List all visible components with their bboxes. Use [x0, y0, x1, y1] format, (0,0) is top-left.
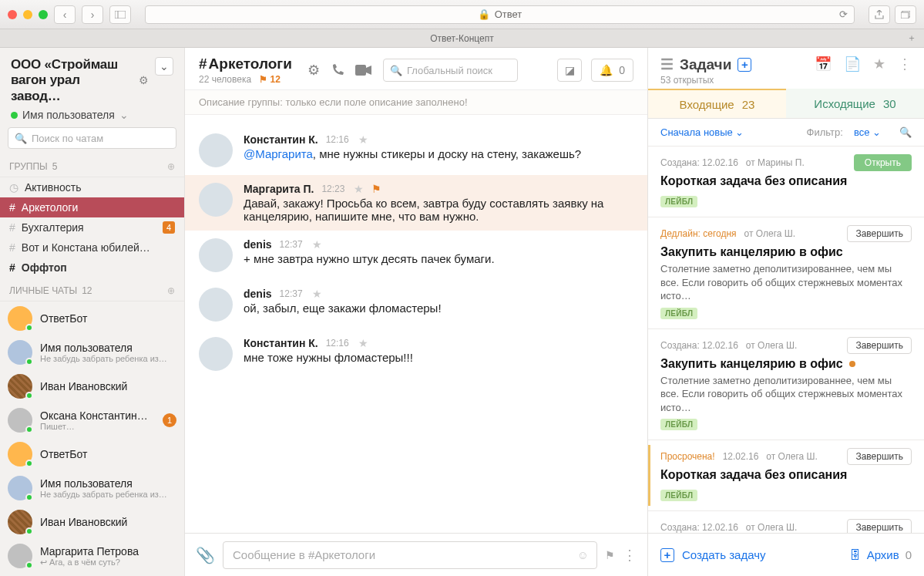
nav-back-button[interactable]: ‹ [54, 5, 76, 24]
chat-item[interactable]: ОтветБот [0, 437, 184, 471]
contacts-icon[interactable]: ◪ [557, 59, 582, 82]
share-button[interactable] [869, 5, 890, 24]
star-icon[interactable]: ★ [358, 133, 368, 146]
flag-icon[interactable]: ⚑ [605, 549, 615, 561]
task-title: Закупить канцелярию в офис [660, 245, 912, 259]
nav-forward-button[interactable]: › [82, 5, 103, 24]
add-chat-button[interactable]: ⊕ [167, 285, 175, 296]
search-icon[interactable]: 🔍 [899, 126, 912, 138]
calendar-icon[interactable]: 📅 [815, 56, 832, 72]
flag-count[interactable]: ⚑ 12 [259, 74, 281, 85]
task-action-button[interactable]: Завершить [847, 519, 912, 533]
more-icon[interactable]: ⋮ [898, 56, 912, 72]
task-item[interactable]: Создана: 12.02.16от Марины П.ОткрытьКоро… [648, 146, 924, 217]
document-icon[interactable]: 📄 [844, 56, 861, 72]
tasks-tabs: Входящие 23 Исходящие 30 [648, 89, 924, 119]
message: Маргарита П.12:23★⚑Давай, закажу! Просьб… [185, 175, 647, 231]
group-item[interactable]: ◷Активность [0, 177, 184, 197]
task-item[interactable]: Создана: 12.02.16от Олега Ш.ЗавершитьЗак… [648, 328, 924, 440]
create-task-link[interactable]: Создать задачу [682, 548, 765, 561]
window-controls[interactable] [8, 10, 48, 19]
chat-item[interactable]: Иван Ивановский [0, 505, 184, 539]
tabs-button[interactable] [895, 5, 916, 24]
flag-icon[interactable]: ⚑ [371, 183, 381, 195]
sort-menu[interactable]: Сначала новые ⌄ [660, 126, 744, 138]
reload-icon[interactable]: ⟳ [839, 8, 848, 20]
bell-button[interactable]: 🔔 0 [591, 59, 633, 82]
task-item[interactable]: Дедлайн: сегодняот Олега Ш.ЗавершитьЗаку… [648, 217, 924, 328]
add-task-button[interactable]: + [738, 58, 751, 72]
more-icon[interactable]: ⋮ [623, 547, 637, 564]
members-count[interactable]: 22 человека [199, 74, 251, 85]
group-item[interactable]: #Аркетологи [0, 197, 184, 217]
message-author[interactable]: Маргарита П. [244, 183, 314, 195]
global-search-input[interactable]: 🔍 Глобальный поиск [383, 59, 518, 82]
status-dot-icon [849, 361, 855, 367]
group-item[interactable]: #Вот и Констана юбилей… [0, 237, 184, 258]
minimize-dot[interactable] [23, 10, 32, 19]
hash-icon: # [9, 261, 15, 274]
chat-item[interactable]: Оксана Константин…Пишет…1 [0, 403, 184, 437]
task-item[interactable]: Создана: 12.02.16от Олега Ш.ЗавершитьЗак… [648, 510, 924, 533]
chat-search-input[interactable]: 🔍 Поиск по чатам [8, 127, 176, 149]
task-item[interactable]: Просрочена!12.02.16от Олега Ш.ЗавершитьК… [648, 440, 924, 510]
star-icon[interactable]: ★ [358, 337, 368, 349]
message-author[interactable]: denis [244, 288, 272, 300]
svg-rect-3 [901, 12, 909, 19]
message-author[interactable]: Константин К. [244, 133, 318, 146]
create-task-plus-icon[interactable]: + [660, 548, 674, 562]
chat-preview: Пишет… [40, 422, 155, 431]
close-dot[interactable] [8, 10, 17, 19]
group-label: Аркетологи [22, 201, 79, 214]
archive-link[interactable]: 🗄 Архив 0 [849, 548, 912, 561]
filter-menu[interactable]: все ⌄ [854, 126, 881, 138]
star-icon[interactable]: ★ [354, 183, 364, 195]
add-group-button[interactable]: ⊕ [167, 161, 175, 172]
current-user[interactable]: Имя пользователя ⌄ [0, 109, 184, 127]
sidebar-toggle-button[interactable] [109, 5, 131, 24]
gear-icon[interactable]: ⚙ [139, 74, 149, 86]
star-icon[interactable]: ★ [312, 238, 322, 251]
browser-tab-title[interactable]: Ответ-Концепт [430, 33, 494, 44]
message-text: ой, забыл, еще закажи фломастеры! [244, 301, 633, 315]
star-icon[interactable]: ★ [312, 288, 322, 300]
svg-rect-4 [355, 65, 366, 76]
chat-item[interactable]: ОтветБот [0, 301, 184, 335]
emoji-icon[interactable]: ☺ [577, 548, 589, 561]
task-action-button[interactable]: Открыть [854, 154, 912, 171]
task-action-button[interactable]: Завершить [847, 448, 912, 465]
mention[interactable]: @Маргарита [244, 147, 313, 160]
chat-item[interactable]: ОтветБот [0, 573, 184, 576]
attach-icon[interactable]: 📎 [196, 546, 215, 564]
expand-button[interactable]: ⌄ [155, 57, 173, 76]
chat-name: Иван Ивановский [40, 380, 176, 392]
chat-item[interactable]: Имя пользователяНе забудь забрать ребенк… [0, 471, 184, 505]
task-title: Короткая задача без описания [660, 174, 912, 188]
phone-icon[interactable] [331, 63, 344, 77]
zoom-dot[interactable] [39, 10, 48, 19]
task-author: от Марины П. [746, 157, 805, 168]
gear-icon[interactable]: ⚙ [307, 62, 320, 79]
tab-inbox[interactable]: Входящие 23 [648, 89, 786, 118]
chat-item[interactable]: Иван Ивановский [0, 369, 184, 403]
message-input[interactable]: Сообщение в #Аркетологи ☺ [223, 541, 597, 569]
message-time: 12:37 [280, 239, 303, 250]
task-action-button[interactable]: Завершить [847, 225, 912, 242]
tab-outbox[interactable]: Исходящие 30 [786, 89, 924, 118]
new-tab-button[interactable]: ＋ [903, 30, 920, 47]
avatar [8, 306, 32, 331]
message-author[interactable]: Константин К. [244, 337, 318, 349]
chat-item[interactable]: Имя пользователяНе забудь забрать ребенк… [0, 335, 184, 369]
message-time: 12:23 [321, 184, 344, 194]
chat-item[interactable]: Маргарита Петрова↩ Ага, а в чём суть? [0, 539, 184, 573]
address-bar[interactable]: 🔒 Ответ ⟳ [145, 5, 855, 24]
chat-pane: # Аркетологи 22 человека ⚑ 12 ⚙ 🔍 Глобал… [185, 48, 648, 576]
task-label: ЛЕЙБЛ [660, 419, 697, 430]
star-icon[interactable]: ★ [873, 56, 885, 72]
message-author[interactable]: denis [244, 238, 272, 251]
group-item[interactable]: #Оффтоп [0, 258, 184, 278]
group-item[interactable]: #Бухгалтерия4 [0, 217, 184, 237]
video-icon[interactable] [355, 65, 372, 76]
task-action-button[interactable]: Завершить [847, 337, 912, 354]
chat-description: Описание группы: только если поле описан… [185, 90, 647, 115]
